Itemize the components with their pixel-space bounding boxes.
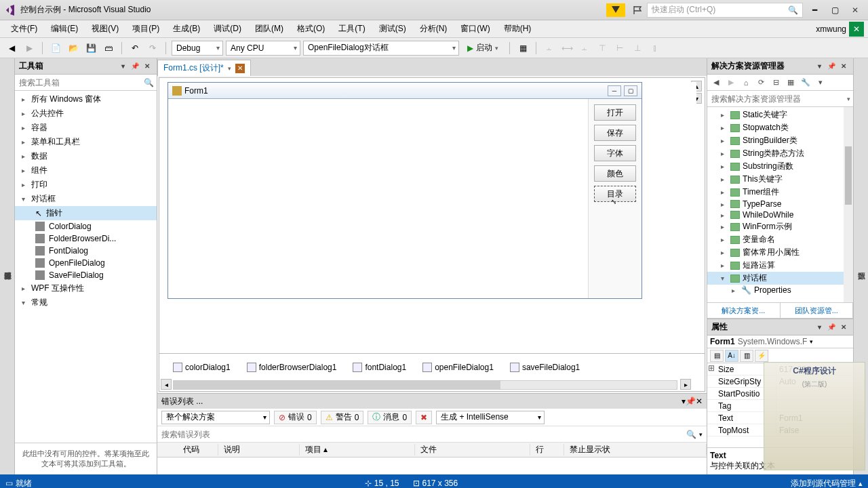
start-debug-button[interactable]: ▶启动▾ (462, 41, 504, 56)
properties-object-selector[interactable]: Form1System.Windows.F▾ (707, 336, 853, 348)
align-top-icon[interactable]: ⊤ (595, 41, 610, 56)
layout-tool-icon[interactable]: ▦ (515, 41, 530, 56)
tab-close-icon[interactable]: ✕ (235, 64, 245, 73)
pin-icon[interactable]: 📌 (686, 396, 696, 406)
pin-icon[interactable]: 📌 (826, 322, 837, 333)
toolbox-group[interactable]: ▸数据 (15, 149, 157, 163)
form-content-area[interactable] (168, 99, 589, 298)
col-code[interactable]: 代码 (178, 444, 218, 455)
close-button[interactable]: ✕ (846, 3, 864, 17)
align-extra-icon[interactable]: ⫿ (648, 41, 663, 56)
document-tab-form1[interactable]: Form1.cs [设计]* ▾ ✕ (157, 60, 251, 76)
horizontal-scrollbar[interactable] (173, 380, 677, 390)
menu-edit[interactable]: 编辑(E) (44, 20, 85, 37)
vertical-scrollbar[interactable] (844, 107, 853, 302)
forward-icon[interactable]: ▶ (725, 77, 737, 89)
refresh-icon[interactable]: ⟳ (755, 77, 767, 89)
notification-badge-icon[interactable] (606, 3, 625, 17)
solution-item[interactable]: Substring函数 (707, 160, 853, 173)
error-scope-dropdown[interactable]: 整个解决方案 (161, 411, 270, 424)
toolbox-item-openfiledialog[interactable]: OpenFileDialog (15, 257, 157, 269)
undo-icon[interactable]: ↶ (127, 41, 142, 56)
solution-search-input[interactable] (710, 93, 847, 105)
menu-project[interactable]: 项目(P) (125, 20, 166, 37)
toolbox-item-fontdialog[interactable]: FontDialog (15, 245, 157, 257)
toolbox-group[interactable]: ▸容器 (15, 121, 157, 135)
form-button-open[interactable]: 打开 (594, 104, 636, 121)
align-center-icon[interactable]: ⟷ (559, 41, 574, 56)
properties-icon[interactable]: 🔧 (800, 77, 812, 89)
properties-page-icon[interactable]: ▥ (740, 350, 753, 362)
new-project-icon[interactable]: 📄 (48, 41, 63, 56)
startup-target-dropdown[interactable]: OpenFileDialog对话框 (303, 41, 459, 56)
clear-filter-button[interactable]: ✖ (416, 411, 432, 424)
solution-item[interactable]: This关键字 (707, 173, 853, 186)
maximize-button[interactable]: ▢ (826, 3, 844, 17)
menu-help[interactable]: 帮助(H) (497, 20, 538, 37)
collapse-icon[interactable]: ⊟ (770, 77, 782, 89)
toolbox-item-pointer[interactable]: ↖指针 (15, 206, 157, 220)
toolbox-group[interactable]: ▸所有 Windows 窗体 (15, 92, 157, 106)
open-file-icon[interactable]: 📂 (66, 41, 81, 56)
solution-item[interactable]: 短路运算 (707, 259, 853, 272)
platform-dropdown[interactable]: Any CPU (226, 41, 300, 56)
col-project[interactable]: 项目 ▴ (300, 444, 415, 455)
form-button-dir[interactable]: 目录⤡ (594, 186, 636, 202)
solution-item[interactable]: WinForm示例 (707, 220, 853, 233)
menu-file[interactable]: 文件(F) (4, 20, 44, 37)
chevron-down-icon[interactable]: ▾ (228, 65, 231, 72)
designer-canvas[interactable]: Form1 ─ ▢ 打开 保存 字体 颜色 目录⤡ (167, 82, 696, 353)
resize-handle-icon[interactable]: ⤡ (611, 198, 616, 205)
form-window[interactable]: Form1 ─ ▢ 打开 保存 字体 颜色 目录⤡ (167, 82, 642, 299)
solution-item[interactable]: 窗体常用小属性 (707, 246, 853, 259)
col-file[interactable]: 文件 (415, 444, 530, 455)
toolbox-search-input[interactable] (18, 77, 144, 89)
scroll-right-icon[interactable]: ▸ (680, 379, 691, 390)
pin-icon[interactable]: 📌 (826, 61, 837, 72)
component-fontdialog[interactable]: fontDialog1 (353, 363, 406, 372)
solution-item[interactable]: Timer组件 (707, 186, 853, 199)
errors-filter-button[interactable]: ⊘错误 0 (274, 411, 317, 424)
show-all-icon[interactable]: ▦ (785, 77, 797, 89)
user-avatar-icon[interactable]: ✕ (849, 22, 864, 37)
build-intellisense-dropdown[interactable]: 生成 + IntelliSense (436, 411, 545, 424)
toolbox-item-colordialog[interactable]: ColorDialog (15, 220, 157, 232)
component-savefiledialog[interactable]: saveFileDialog1 (510, 363, 580, 372)
align-bottom-icon[interactable]: ⊥ (630, 41, 645, 56)
solution-item[interactable]: TypeParse (707, 199, 853, 209)
menu-build[interactable]: 生成(B) (166, 20, 207, 37)
toolbox-search[interactable]: 🔍 (15, 75, 157, 91)
save-icon[interactable]: 💾 (83, 41, 98, 56)
categorize-icon[interactable]: ▤ (710, 350, 724, 362)
chevron-down-icon[interactable]: ▾ (847, 96, 850, 102)
col-suppress[interactable]: 禁止显示状 (564, 444, 707, 455)
menu-tools[interactable]: 工具(T) (332, 20, 372, 37)
chevron-down-icon[interactable]: ▾ (814, 61, 825, 72)
nav-forward-icon[interactable]: ▶ (22, 41, 37, 56)
solution-item[interactable]: Stopwatch类 (707, 121, 853, 134)
toolbox-group[interactable]: ▸公共控件 (15, 106, 157, 121)
toolbox-group[interactable]: ▾常规 (15, 296, 157, 310)
form-button-font[interactable]: 字体 (594, 145, 636, 161)
menu-analyze[interactable]: 分析(N) (413, 20, 454, 37)
solution-item[interactable]: StringBuilder类 (707, 134, 853, 147)
solution-item-selected[interactable]: 对话框 (707, 272, 853, 285)
form-button-save[interactable]: 保存 (594, 125, 636, 141)
solution-item[interactable]: String类静态方法 (707, 147, 853, 160)
menu-test[interactable]: 测试(S) (372, 20, 413, 37)
menu-view[interactable]: 视图(V) (85, 20, 125, 37)
tab-solution-explorer[interactable]: 解决方案资... (707, 303, 781, 318)
menu-window[interactable]: 窗口(W) (454, 20, 496, 37)
toolbox-item-savefiledialog[interactable]: SaveFileDialog (15, 269, 157, 281)
solution-search[interactable]: ▾ (707, 91, 853, 107)
align-middle-icon[interactable]: ⊢ (612, 41, 627, 56)
warnings-filter-button[interactable]: ⚠警告 0 (321, 411, 364, 424)
quick-launch-input[interactable]: 快速启动 (Ctrl+Q) 🔍 (647, 3, 803, 18)
toolbox-group-dialogs[interactable]: ▾对话框 (15, 192, 157, 206)
minimize-button[interactable]: ━ (806, 3, 823, 17)
toolbox-group[interactable]: ▸WPF 互操作性 (15, 281, 157, 296)
align-left-icon[interactable]: ⫠ (542, 41, 557, 56)
solution-item-properties[interactable]: 🔧Properties (707, 285, 853, 296)
redo-icon[interactable]: ↷ (145, 41, 160, 56)
solution-item[interactable]: WhileDoWhile (707, 209, 853, 220)
